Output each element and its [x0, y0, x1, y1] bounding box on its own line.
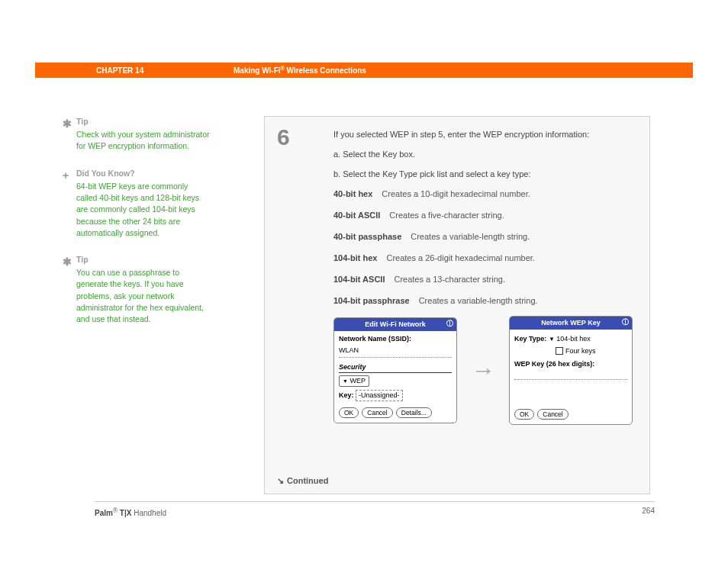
continue-arrow-icon: ↘ [277, 476, 284, 486]
ssid-field[interactable]: WLAN [339, 346, 452, 357]
step-sub-a: a. Select the Key box. [333, 149, 633, 161]
chapter-title: Making Wi-Fi® Wireless Connections [234, 66, 366, 75]
tip-label: Tip [76, 116, 210, 127]
step-panel: 6 If you selected WEP in step 5, enter t… [264, 116, 650, 494]
fourkeys-checkbox[interactable]: Four keys [514, 346, 627, 356]
key-row: Key: -Unassigned- [339, 390, 452, 401]
palm-title: Edit Wi-Fi Network ⓘ [334, 318, 456, 331]
step-sub-b: b. Select the Key Type pick list and sel… [333, 169, 633, 181]
keytype-row: Key Type: ▼ 104-bit hex [514, 334, 627, 344]
tip-block: ✱ Tip Check with your system administrat… [76, 116, 210, 153]
ok-button[interactable]: OK [514, 409, 534, 420]
asterisk-icon: ✱ [63, 116, 72, 131]
tip-label-2: Tip [76, 254, 210, 265]
tip-block-2: ✱ Tip You can use a passphrase to genera… [76, 254, 210, 325]
wepkey-field[interactable] [514, 371, 627, 380]
tip-text-2: You can use a passphrase to generate the… [76, 267, 210, 325]
did-you-know-block: + Did You Know? 64-bit WEP keys are comm… [76, 168, 210, 239]
chapter-label: CHAPTER 14 [35, 66, 234, 75]
palm-screens-row: Edit Wi-Fi Network ⓘ Network Name (SSID)… [333, 316, 633, 424]
step-number: 6 [277, 124, 290, 150]
details-button[interactable]: Details... [396, 407, 432, 418]
ok-button[interactable]: OK [339, 407, 359, 418]
security-heading: Security [339, 362, 452, 373]
tip-text: Check with your system administrator for… [76, 129, 210, 152]
asterisk-icon: ✱ [63, 254, 72, 269]
page-footer: Palm® T|X Handheld 264 [95, 501, 655, 517]
security-dropdown[interactable]: ▼ WEP [339, 375, 452, 387]
page-number: 264 [642, 507, 655, 517]
info-icon[interactable]: ⓘ [622, 317, 629, 327]
palm-title: Network WEP Key ⓘ [510, 317, 632, 330]
cancel-button[interactable]: Cancel [362, 407, 392, 418]
arrow-right-icon: → [471, 352, 495, 388]
cancel-button[interactable]: Cancel [537, 409, 568, 420]
checkbox-icon[interactable] [556, 347, 563, 355]
key-type-row: 40-bit hexCreates a 10-digit hexadecimal… [333, 188, 633, 201]
key-type-row: 104-bit hexCreates a 26-digit hexadecima… [333, 253, 633, 265]
plus-icon: + [63, 168, 69, 183]
sidebar: ✱ Tip Check with your system administrat… [76, 116, 210, 340]
key-box[interactable]: -Unassigned- [356, 390, 403, 401]
ssid-label: Network Name (SSID): [339, 334, 452, 344]
chapter-header: CHAPTER 14 Making Wi-Fi® Wireless Connec… [35, 63, 693, 78]
palm-wep-key: Network WEP Key ⓘ Key Type: ▼ 104-bit he… [509, 316, 633, 424]
wepkey-label: WEP Key (26 hex digits): [514, 359, 627, 369]
palm-edit-wifi: Edit Wi-Fi Network ⓘ Network Name (SSID)… [333, 317, 457, 423]
did-you-know-label: Did You Know? [76, 168, 210, 179]
key-type-row: 40-bit ASCIICreates a five-character str… [333, 210, 633, 222]
key-type-row: 40-bit passphaseCreates a variable-lengt… [333, 231, 633, 243]
step-intro: If you selected WEP in step 5, enter the… [333, 129, 633, 141]
product-name: Palm® T|X Handheld [95, 507, 166, 517]
continued-indicator: ↘Continued [277, 476, 328, 486]
info-icon[interactable]: ⓘ [446, 319, 453, 329]
did-you-know-text: 64-bit WEP keys are commonly called 40-b… [76, 181, 210, 239]
step-body: If you selected WEP in step 5, enter the… [333, 129, 633, 425]
keytype-dropdown[interactable]: ▼ 104-bit hex [549, 335, 591, 343]
key-type-row: 104-bit passphraseCreates a variable-len… [333, 295, 633, 307]
key-type-row: 104-bit ASCIICreates a 13-character stri… [333, 274, 633, 286]
